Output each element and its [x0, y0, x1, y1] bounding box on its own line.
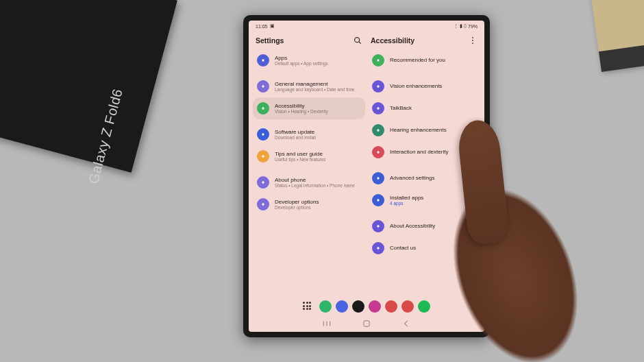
screen: 11:05 ▣ ⋮ ▮ ▯ 79% Settings — [249, 21, 484, 332]
svg-point-0 — [355, 38, 360, 43]
svg-point-14 — [377, 107, 379, 109]
status-bar: 11:05 ▣ ⋮ ▮ ▯ 79% — [249, 21, 484, 32]
settings-item-subtitle: Developer options — [275, 205, 319, 210]
settings-item-software-update[interactable]: Software update Download and install — [253, 123, 365, 145]
svg-point-12 — [377, 59, 379, 61]
settings-item-title: Software update — [275, 129, 316, 135]
accessibility-item-title: TalkBack — [390, 105, 412, 111]
recents-button[interactable] — [322, 319, 332, 328]
accessibility-title: Accessibility — [371, 36, 414, 45]
dock-app-2[interactable] — [352, 300, 364, 313]
wifi-icon: ⋮ — [454, 23, 458, 29]
accessibility-item-title: Vision enhancements — [390, 83, 442, 89]
accessibility-item-talkback[interactable]: TalkBack — [368, 97, 480, 119]
settings-item-subtitle: Useful tips • New features — [275, 157, 326, 162]
settings-item-title: About phone — [275, 177, 355, 183]
accessibility-item-recommended[interactable]: Recommended for you — [368, 49, 480, 71]
system-navigation — [249, 315, 484, 332]
svg-point-9 — [472, 37, 473, 38]
accessibility-item-installed[interactable]: Installed apps 4 apps — [368, 189, 480, 211]
svg-point-3 — [262, 85, 264, 87]
back-button[interactable] — [401, 319, 411, 328]
svg-point-2 — [262, 59, 264, 61]
settings-item-title: Developer options — [275, 199, 319, 205]
accessibility-item-vision[interactable]: Vision enhancements — [368, 75, 480, 97]
status-battery: 79% — [468, 24, 478, 29]
settings-item-subtitle: Language and keyboard • Date and time — [275, 87, 354, 92]
svg-point-7 — [262, 181, 264, 183]
dock-app-1[interactable] — [336, 300, 348, 313]
svg-point-15 — [377, 129, 379, 131]
accessibility-item-title: About Accessibility — [390, 223, 435, 229]
svg-point-20 — [377, 247, 379, 249]
svg-point-18 — [377, 199, 379, 201]
accessibility-pane: Accessibility Recommended for you Vision… — [368, 32, 480, 315]
accessibility-item-title: Recommended for you — [390, 57, 445, 63]
settings-item-general[interactable]: General management Language and keyboard… — [253, 75, 365, 97]
dock-app-6[interactable] — [418, 300, 430, 313]
status-indicator-icon: ▣ — [270, 23, 275, 29]
svg-point-19 — [377, 225, 379, 227]
settings-item-developer[interactable]: Developer options Developer options — [253, 193, 365, 215]
settings-item-about[interactable]: About phone Status • Legal information •… — [253, 171, 365, 193]
accessibility-item-title: Advanced settings — [390, 175, 434, 181]
tablet-device: 11:05 ▣ ⋮ ▮ ▯ 79% Settings — [243, 15, 490, 337]
settings-item-tips[interactable]: Tips and user guide Useful tips • New fe… — [253, 145, 365, 167]
settings-item-title: Tips and user guide — [275, 151, 326, 157]
accessibility-item-contact[interactable]: Contact us — [368, 237, 480, 259]
svg-point-5 — [262, 133, 264, 135]
settings-item-title: Apps — [275, 55, 328, 61]
svg-line-1 — [359, 42, 361, 44]
more-options-icon[interactable] — [468, 36, 478, 45]
dock-app-0[interactable] — [319, 300, 332, 313]
accessibility-list: Recommended for you Vision enhancements … — [368, 49, 480, 315]
app-dock — [303, 300, 430, 313]
search-icon[interactable] — [353, 36, 362, 45]
dock-app-4[interactable] — [385, 300, 397, 313]
accessibility-item-link: 4 apps — [390, 201, 423, 206]
home-button[interactable] — [362, 319, 371, 328]
accessibility-item-title: Interaction and dexterity — [390, 149, 448, 155]
settings-title: Settings — [256, 36, 284, 45]
apps-drawer-icon[interactable] — [303, 302, 312, 311]
settings-item-accessibility[interactable]: Accessibility Vision • Hearing • Dexteri… — [253, 97, 365, 119]
svg-point-4 — [262, 107, 264, 109]
accessibility-item-title: Installed apps — [390, 195, 423, 201]
settings-item-title: Accessibility — [275, 103, 328, 109]
signal-icon: ▮ — [460, 23, 462, 29]
svg-point-6 — [262, 155, 264, 157]
settings-item-subtitle: Download and install — [275, 135, 316, 140]
svg-point-11 — [472, 43, 473, 44]
dock-app-3[interactable] — [369, 300, 381, 313]
settings-list: Apps Default apps • App settings General… — [253, 49, 365, 315]
product-box: Galaxy Z Fold6 — [0, 0, 177, 173]
accessibility-item-interaction[interactable]: Interaction and dexterity — [368, 141, 480, 163]
svg-point-8 — [262, 203, 264, 205]
settings-pane: Settings Apps Default apps • App setting… — [253, 32, 365, 315]
settings-item-title: General management — [275, 81, 354, 87]
svg-point-17 — [377, 177, 379, 179]
settings-item-subtitle: Vision • Hearing • Dexterity — [275, 109, 328, 114]
accessibility-item-title: Hearing enhancements — [390, 127, 447, 133]
settings-item-subtitle: Default apps • App settings — [275, 61, 328, 66]
accessibility-item-about-a11y[interactable]: About Accessibility — [368, 215, 480, 237]
product-box-label: Galaxy Z Fold6 — [85, 87, 125, 186]
background-object — [591, 0, 644, 72]
svg-point-10 — [472, 40, 473, 41]
settings-item-subtitle: Status • Legal information • Phone name — [275, 183, 355, 188]
settings-item-apps[interactable]: Apps Default apps • App settings — [253, 49, 365, 71]
svg-point-13 — [377, 85, 379, 87]
svg-point-16 — [377, 151, 379, 153]
accessibility-item-advanced[interactable]: Advanced settings — [368, 167, 480, 189]
accessibility-item-title: Contact us — [390, 245, 416, 251]
status-time: 11:05 — [256, 24, 268, 29]
dock-app-5[interactable] — [401, 300, 414, 313]
accessibility-item-hearing[interactable]: Hearing enhancements — [368, 119, 480, 141]
svg-rect-24 — [364, 321, 369, 326]
battery-icon: ▯ — [464, 23, 467, 29]
